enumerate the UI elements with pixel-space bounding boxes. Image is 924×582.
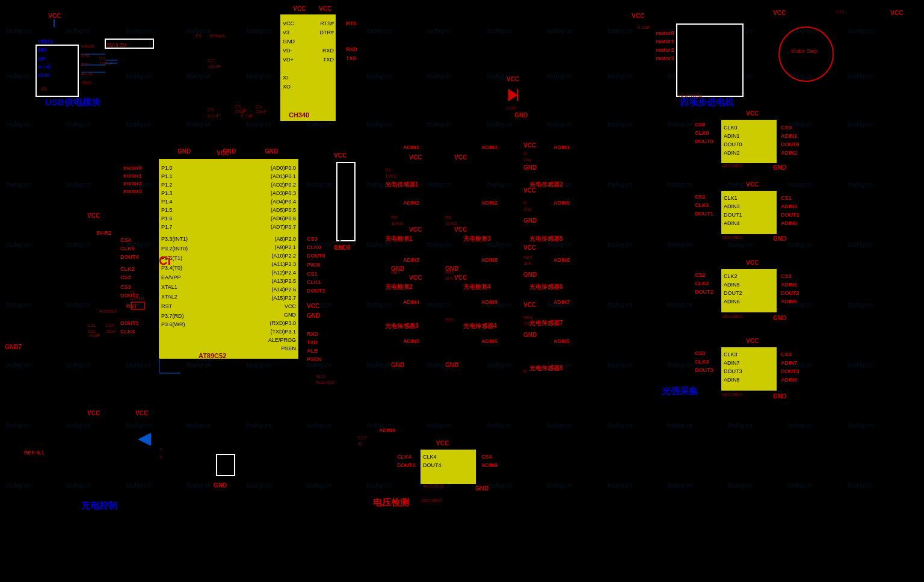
svg-text:ADIN8: ADIN8 <box>481 257 497 263</box>
svg-text:PWM: PWM <box>307 262 320 268</box>
svg-text:充电检测1: 充电检测1 <box>384 235 413 242</box>
svg-text:GND: GND <box>81 80 92 85</box>
svg-text:TXD: TXD <box>307 339 318 345</box>
svg-text:DM: DM <box>81 53 89 58</box>
svg-text:ALE: ALE <box>307 348 318 354</box>
svg-text:V3: V3 <box>283 29 289 36</box>
svg-text:6: 6 <box>339 212 342 218</box>
svg-text:4B  5C: 4B 5C <box>679 52 694 58</box>
svg-marker-306 <box>508 89 517 101</box>
svg-text:bsdog.cn: bsdog.cn <box>427 241 452 248</box>
svg-text:bsdog.cn: bsdog.cn <box>848 73 873 79</box>
svg-text:CLK3: CLK3 <box>120 329 135 335</box>
svg-text:光电传感器1: 光电传感器1 <box>384 181 419 188</box>
svg-text:bsdog.cn: bsdog.cn <box>126 28 151 34</box>
svg-text:motor2: motor2 <box>123 181 142 187</box>
svg-text:bsdog.cn: bsdog.cn <box>788 73 813 79</box>
svg-text:F1: F1 <box>196 33 202 39</box>
svg-text:GND: GND <box>391 362 404 368</box>
svg-text:bsdog.cn: bsdog.cn <box>427 73 452 79</box>
svg-text:P1.6: P1.6 <box>161 215 173 221</box>
svg-text:CLK5: CLK5 <box>120 246 135 252</box>
svg-text:bsdog.cn: bsdog.cn <box>487 241 512 248</box>
svg-text:P1.3: P1.3 <box>161 190 173 196</box>
svg-text:VCC: VCC <box>746 338 759 344</box>
svg-text:bsdog.cn: bsdog.cn <box>6 28 31 34</box>
svg-text:GND: GND <box>283 39 295 45</box>
svg-text:bsdog.cn: bsdog.cn <box>367 302 392 308</box>
svg-text:CS0: CS0 <box>307 236 318 242</box>
svg-text:USB供电模块: USB供电模块 <box>45 97 101 107</box>
svg-text:bsdog.cn: bsdog.cn <box>668 302 692 308</box>
svg-text:R1: R1 <box>385 167 392 173</box>
svg-text:bsdog.cn: bsdog.cn <box>307 121 331 128</box>
svg-text:ADC0832: ADC0832 <box>722 314 743 319</box>
svg-text:500mA: 500mA <box>209 33 225 39</box>
svg-text:GND: GND <box>177 148 191 155</box>
svg-text:P3.2(INT0): P3.2(INT0) <box>161 246 188 252</box>
svg-text:bsdog.cn: bsdog.cn <box>608 121 632 128</box>
svg-text:DOUT3: DOUT3 <box>781 368 799 374</box>
svg-text:CH340: CH340 <box>289 111 309 119</box>
svg-text:ADIN5: ADIN5 <box>781 282 797 288</box>
svg-text:bsdog.cn: bsdog.cn <box>487 181 512 188</box>
svg-text:bsdog.cn: bsdog.cn <box>427 121 452 128</box>
svg-text:ADIN3: ADIN3 <box>781 203 797 209</box>
svg-text:bsdog.cn: bsdog.cn <box>848 181 873 188</box>
svg-text:ADIN3: ADIN3 <box>724 203 740 209</box>
svg-text:bsdog.cn: bsdog.cn <box>427 181 452 188</box>
svg-text:5B  4C: 5B 4C <box>679 59 694 65</box>
svg-text:DOUT4: DOUT4 <box>397 462 416 468</box>
svg-text:GND: GND <box>445 265 458 272</box>
svg-text:DOUT2: DOUT2 <box>724 290 742 296</box>
svg-text:CLK1: CLK1 <box>695 202 709 208</box>
svg-text:12MHz: 12MHz <box>129 296 144 301</box>
schematic-svg: .wire { stroke: #0055cc; stroke-width: 1… <box>0 0 924 582</box>
svg-text:P1.1: P1.1 <box>161 173 173 179</box>
svg-text:ADC0832: ADC0832 <box>722 392 743 397</box>
svg-text:ADIN1: ADIN1 <box>553 144 570 150</box>
svg-text:bsdog.cn: bsdog.cn <box>668 121 692 128</box>
svg-rect-235 <box>337 163 355 241</box>
svg-text:1BOM: 1BOM <box>679 30 694 36</box>
svg-text:(RXD)P3.0: (RXD)P3.0 <box>270 320 296 326</box>
svg-text:bsdog.cn: bsdog.cn <box>6 482 31 489</box>
svg-text:VCC: VCC <box>217 150 229 156</box>
svg-text:22pF: 22pF <box>256 109 266 114</box>
svg-text:bsdog.cn: bsdog.cn <box>186 73 211 79</box>
svg-text:bsdog.cn: bsdog.cn <box>788 422 813 429</box>
svg-text:充电检测3: 充电检测3 <box>463 235 491 242</box>
svg-text:充电检测2: 充电检测2 <box>384 283 413 290</box>
svg-text:GND: GND <box>523 271 537 278</box>
svg-text:P1.7: P1.7 <box>161 224 173 230</box>
svg-text:bsdog.cn: bsdog.cn <box>66 422 91 429</box>
svg-text:DOUT2: DOUT2 <box>695 289 713 295</box>
svg-text:ADIN5: ADIN5 <box>481 338 497 344</box>
svg-text:bsdog.cn: bsdog.cn <box>186 422 211 429</box>
svg-text:DOUT3: DOUT3 <box>120 320 139 326</box>
svg-text:bsdog.cn: bsdog.cn <box>728 241 753 248</box>
svg-text:GND: GND <box>523 217 537 224</box>
svg-text:motor0: motor0 <box>656 30 674 36</box>
svg-text:bsdog.cn: bsdog.cn <box>547 422 572 429</box>
svg-text:motor1: motor1 <box>123 173 142 179</box>
svg-text:光电传感器3: 光电传感器3 <box>384 323 419 329</box>
svg-text:bsdog.cn: bsdog.cn <box>126 422 151 429</box>
svg-text:10KΩ: 10KΩ <box>391 221 403 226</box>
svg-text:bsdog.cn: bsdog.cn <box>788 181 813 188</box>
svg-text:光电传感器2: 光电传感器2 <box>529 181 563 188</box>
svg-text:VCC: VCC <box>746 181 759 188</box>
svg-text:VCC: VCC <box>746 110 759 117</box>
svg-text:四项步进电机: 四项步进电机 <box>680 97 735 107</box>
svg-text:AT89C52: AT89C52 <box>199 352 226 359</box>
svg-text:bsdog.cn: bsdog.cn <box>6 73 31 79</box>
svg-text:RST504: RST504 <box>99 309 117 314</box>
svg-text:bsdog.cn: bsdog.cn <box>66 302 91 308</box>
svg-text:ADIN1: ADIN1 <box>481 144 497 150</box>
svg-text:●—D: ●—D <box>81 71 93 76</box>
svg-text:Run Att2: Run Att2 <box>316 380 334 385</box>
svg-text:bsdog.cn: bsdog.cn <box>6 121 31 128</box>
svg-text:ADIN5: ADIN5 <box>724 282 740 288</box>
svg-text:bsdog.cn: bsdog.cn <box>608 422 632 429</box>
svg-text:光电传感器8: 光电传感器8 <box>529 365 563 371</box>
